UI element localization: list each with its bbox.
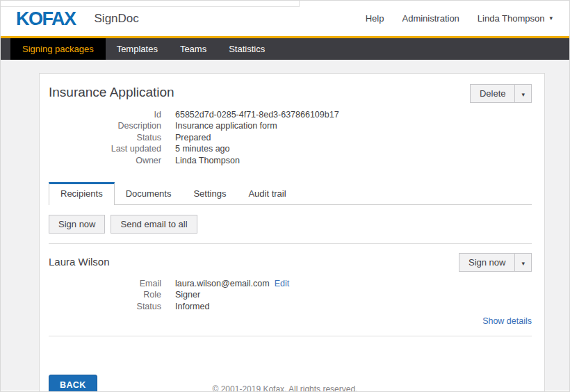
package-header: Insurance Application Delete ▾ (49, 74, 532, 103)
recipient-name: Laura Wilson (49, 253, 110, 271)
detail-value: Informed (175, 301, 209, 312)
user-menu-label: Linda Thompson (478, 13, 545, 24)
detail-value: Linda Thompson (175, 155, 240, 166)
kofax-logo[interactable]: KOFAX (16, 8, 76, 28)
recipient-details: Email laura.wilson@email.comEdit Role Si… (49, 278, 532, 312)
tab-settings[interactable]: Settings (182, 183, 237, 204)
browser-chrome-edge (1, 1, 300, 7)
caret-down-icon: ▾ (549, 15, 553, 22)
detail-value: 65852d7d-0285-4f71-8ed3-637866109b17 (175, 109, 339, 120)
help-link[interactable]: Help (366, 13, 384, 24)
recipient-sign-now-split-button: Sign now ▾ (459, 253, 532, 272)
product-name: SignDoc (95, 12, 139, 26)
detail-row-last-updated: Last updated 5 minutes ago (49, 143, 532, 154)
caret-down-icon: ▾ (521, 91, 525, 98)
app-window: KOFAX SignDoc Help Administration Linda … (0, 0, 570, 392)
tab-recipients[interactable]: Recipients (49, 182, 115, 205)
detail-label: Role (49, 289, 161, 300)
detail-label: Description (49, 120, 161, 131)
package-tabs: Recipients Documents Settings Audit trai… (49, 182, 532, 205)
main-area: Insurance Application Delete ▾ Id 65852d… (1, 60, 569, 391)
recipient-email: laura.wilson@email.com (175, 279, 270, 288)
nav-item-templates[interactable]: Templates (106, 38, 169, 60)
show-details-link[interactable]: Show details (482, 316, 532, 326)
detail-row-role: Role Signer (49, 289, 532, 300)
detail-value: Signer (175, 289, 200, 300)
signing-package-card: Insurance Application Delete ▾ Id 65852d… (39, 73, 545, 392)
recipient-header: Laura Wilson Sign now ▾ (49, 253, 532, 272)
nav-item-teams[interactable]: Teams (169, 38, 218, 60)
detail-row-email: Email laura.wilson@email.comEdit (49, 278, 532, 289)
detail-row-owner: Owner Linda Thompson (49, 155, 532, 166)
detail-label: Status (49, 301, 161, 312)
detail-row-description: Description Insurance application form (49, 120, 532, 131)
caret-down-icon: ▾ (521, 260, 525, 267)
detail-label: Owner (49, 155, 161, 166)
detail-label: Id (49, 109, 161, 120)
package-details: Id 65852d7d-0285-4f71-8ed3-637866109b17 … (49, 109, 532, 166)
main-nav: Signing packages Templates Teams Statist… (1, 38, 569, 60)
nav-item-statistics[interactable]: Statistics (218, 38, 276, 60)
delete-button[interactable]: Delete (470, 84, 515, 103)
header-links: Help Administration Linda Thompson ▾ (366, 13, 553, 24)
recipients-actions: Sign now Send email to all (49, 215, 532, 234)
tab-documents[interactable]: Documents (115, 183, 183, 204)
page-title: Insurance Application (49, 84, 174, 101)
nav-item-signing-packages[interactable]: Signing packages (10, 38, 106, 60)
recipient-sign-now-button[interactable]: Sign now (459, 253, 514, 272)
tab-audit-trail[interactable]: Audit trail (237, 183, 297, 204)
edit-email-link[interactable]: Edit (275, 279, 290, 288)
administration-link[interactable]: Administration (402, 13, 459, 24)
delete-dropdown-button[interactable]: ▾ (514, 84, 532, 103)
detail-row-id: Id 65852d7d-0285-4f71-8ed3-637866109b17 (49, 109, 532, 120)
detail-row-status: Status Prepared (49, 132, 532, 143)
detail-row-recipient-status: Status Informed (49, 301, 532, 312)
footer-copyright: © 2001-2019 Kofax. All rights reserved. (1, 384, 569, 392)
detail-value: laura.wilson@email.comEdit (175, 278, 289, 289)
detail-label: Status (49, 132, 161, 143)
send-email-to-all-button[interactable]: Send email to all (111, 215, 197, 234)
sign-now-all-button[interactable]: Sign now (49, 215, 105, 234)
recipient-sign-now-dropdown-button[interactable]: ▾ (514, 253, 532, 272)
delete-split-button: Delete ▾ (470, 84, 532, 103)
show-details-row: Show details (49, 316, 532, 326)
user-menu[interactable]: Linda Thompson ▾ (478, 13, 553, 24)
detail-value: Insurance application form (175, 120, 277, 131)
detail-value: 5 minutes ago (175, 143, 230, 154)
section-divider (49, 336, 532, 336)
section-divider (49, 243, 532, 244)
detail-label: Last updated (49, 143, 161, 154)
detail-value: Prepared (175, 132, 211, 143)
detail-label: Email (49, 278, 161, 289)
